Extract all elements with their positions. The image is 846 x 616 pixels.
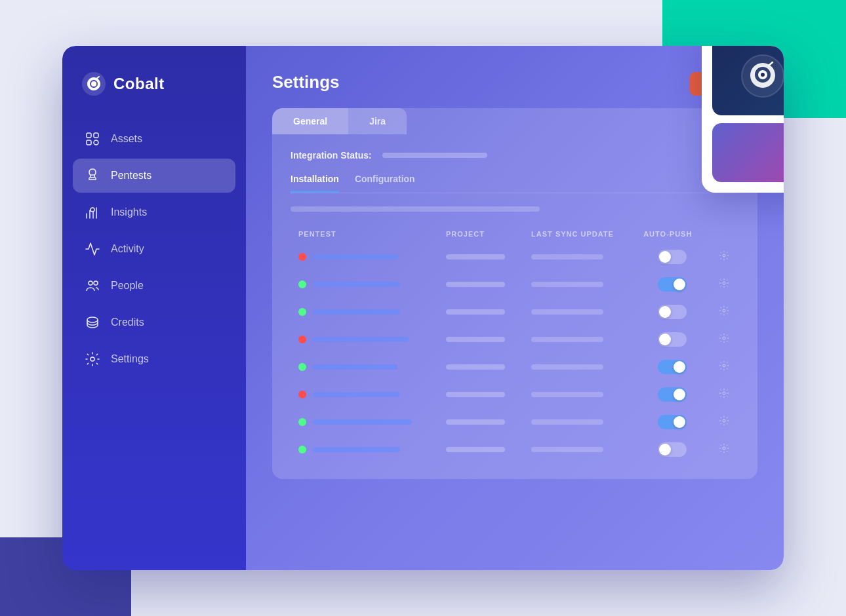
- pentest-bar-4: [313, 364, 397, 370]
- svg-point-5: [94, 140, 98, 145]
- toggle-autopush-1[interactable]: [658, 277, 687, 292]
- project-bar-6: [446, 419, 505, 425]
- tab-bar: General Jira: [272, 108, 407, 134]
- sync-bar-3: [531, 337, 603, 342]
- sync-bar-0: [531, 254, 603, 260]
- description-placeholder: [291, 206, 540, 212]
- cell-gear-2[interactable]: [709, 298, 739, 326]
- status-dot-3: [298, 336, 306, 343]
- toggle-autopush-3[interactable]: [658, 332, 687, 347]
- cell-sync-6: [523, 408, 635, 436]
- page-title: Settings: [272, 72, 757, 92]
- status-dot-0: [298, 253, 306, 261]
- toggle-thumb-4: [674, 361, 685, 373]
- cell-project-7: [438, 436, 523, 463]
- cell-gear-1[interactable]: [709, 271, 739, 298]
- svg-point-16: [723, 364, 725, 367]
- toggle-autopush-5[interactable]: [658, 387, 687, 402]
- cell-project-6: [438, 408, 523, 436]
- cell-sync-2: [523, 298, 635, 326]
- cell-gear-3[interactable]: [709, 326, 739, 353]
- toggle-thumb-6: [674, 416, 685, 428]
- notification-popup: 1: [702, 46, 784, 193]
- project-bar-1: [446, 282, 505, 287]
- svg-point-15: [723, 337, 725, 339]
- activity-icon: [85, 241, 100, 257]
- cell-project-0: [438, 243, 523, 271]
- cell-project-2: [438, 298, 523, 326]
- notif-app-icon-cobalt: 1: [712, 46, 784, 115]
- toggle-autopush-0[interactable]: [658, 250, 687, 264]
- col-header-pentest: PENTEST: [291, 225, 438, 243]
- pentest-bar-5: [313, 392, 399, 397]
- svg-point-12: [723, 254, 725, 257]
- project-bar-4: [446, 364, 505, 370]
- pentest-bar-2: [313, 309, 399, 315]
- svg-point-14: [723, 309, 725, 312]
- gear-icon-1: [719, 278, 729, 288]
- table-row: [291, 381, 739, 408]
- svg-point-18: [723, 419, 725, 422]
- pentests-icon: [85, 168, 100, 183]
- cell-sync-7: [523, 436, 635, 463]
- table-row: [291, 298, 739, 326]
- sub-tab-configuration[interactable]: Configuration: [355, 174, 415, 193]
- gear-icon-4: [719, 360, 729, 371]
- sub-tab-installation[interactable]: Installation: [291, 174, 339, 193]
- toggle-autopush-2[interactable]: [658, 305, 687, 319]
- col-header-sync: LAST SYNC UPDATE: [523, 225, 635, 243]
- gear-icon-2: [719, 305, 729, 316]
- sidebar: Cobalt Assets Pentests: [62, 46, 246, 570]
- sidebar-item-activity[interactable]: Activity: [73, 232, 235, 266]
- cell-pentest-0: [291, 243, 438, 271]
- svg-point-9: [94, 281, 98, 285]
- sync-bar-1: [531, 282, 603, 287]
- cell-sync-4: [523, 353, 635, 381]
- svg-point-10: [87, 317, 98, 322]
- toggle-thumb-2: [659, 306, 671, 318]
- status-dot-6: [298, 418, 306, 426]
- toggle-autopush-6[interactable]: [658, 415, 687, 429]
- cell-gear-4[interactable]: [709, 353, 739, 381]
- cell-sync-0: [523, 243, 635, 271]
- sidebar-item-credits[interactable]: Credits: [73, 305, 235, 339]
- col-header-project: PROJECT: [438, 225, 523, 243]
- cell-gear-5[interactable]: [709, 381, 739, 408]
- cell-pentest-4: [291, 353, 438, 381]
- cell-gear-7[interactable]: [709, 436, 739, 463]
- table-row: [291, 408, 739, 436]
- project-bar-7: [446, 447, 505, 452]
- toggle-autopush-7[interactable]: [658, 442, 687, 457]
- pentest-bar-6: [313, 419, 412, 425]
- cell-gear-0[interactable]: [709, 243, 739, 271]
- sidebar-item-assets[interactable]: Assets: [73, 122, 235, 156]
- toggle-thumb-7: [659, 444, 671, 455]
- table-row: [291, 271, 739, 298]
- sidebar-item-insights[interactable]: Insights: [73, 195, 235, 229]
- cell-autopush-5: [635, 381, 709, 408]
- sidebar-item-people[interactable]: People: [73, 269, 235, 303]
- toggle-thumb-5: [674, 389, 685, 400]
- cell-project-5: [438, 381, 523, 408]
- cobalt-logo-icon: [82, 72, 106, 96]
- toggle-thumb-3: [659, 334, 671, 345]
- toggle-autopush-4[interactable]: [658, 360, 687, 374]
- sync-bar-5: [531, 392, 603, 397]
- tab-general[interactable]: General: [272, 108, 348, 134]
- cell-gear-6[interactable]: [709, 408, 739, 436]
- sidebar-label-people: People: [111, 280, 144, 292]
- assets-icon: [85, 131, 100, 147]
- sidebar-label-settings: Settings: [111, 353, 149, 365]
- sidebar-item-settings[interactable]: Settings: [73, 342, 235, 376]
- project-bar-2: [446, 309, 505, 315]
- project-bar-3: [446, 337, 505, 342]
- sidebar-item-pentests[interactable]: Pentests: [73, 159, 235, 193]
- cell-project-3: [438, 326, 523, 353]
- tab-jira[interactable]: Jira: [348, 108, 407, 134]
- svg-rect-3: [94, 133, 98, 138]
- status-dot-5: [298, 391, 306, 398]
- project-bar-0: [446, 254, 505, 260]
- table-row: [291, 353, 739, 381]
- cell-autopush-7: [635, 436, 709, 463]
- svg-point-1: [91, 81, 96, 87]
